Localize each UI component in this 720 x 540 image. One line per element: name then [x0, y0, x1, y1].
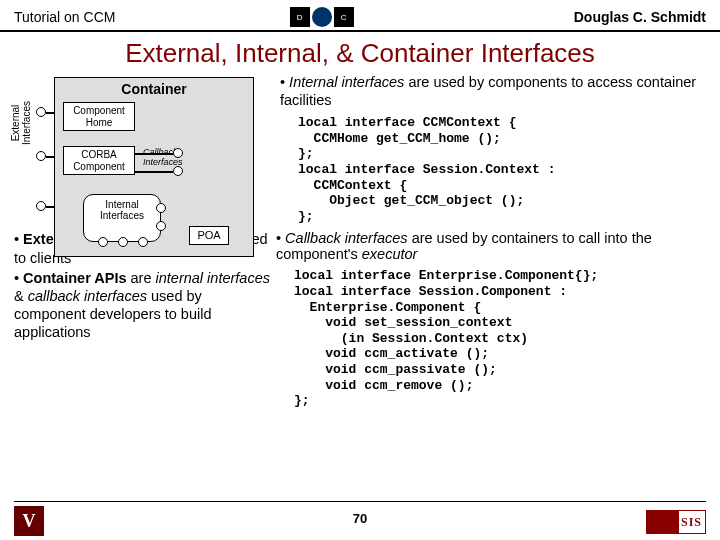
port-icon	[173, 148, 183, 158]
port-icon	[36, 201, 46, 211]
code-block-ccmcontext: local interface CCMContext { CCMHome get…	[280, 115, 706, 224]
external-interfaces-label: External Interfaces	[10, 83, 32, 163]
doc-logo: DC	[290, 6, 400, 28]
header-author: Douglas C. Schmidt	[574, 9, 706, 25]
port-icon	[156, 203, 166, 213]
container-diagram: External Interfaces Container Component …	[14, 73, 274, 224]
port-icon	[98, 237, 108, 247]
port-icon	[173, 166, 183, 176]
text: internal interfaces	[156, 270, 270, 286]
container-label: Container	[55, 78, 253, 99]
port-icon	[118, 237, 128, 247]
slide-title: External, Internal, & Container Interfac…	[0, 32, 720, 73]
code-block-enterprise: local interface Enterprise.Component{}; …	[276, 268, 706, 408]
text: are	[127, 270, 156, 286]
internal-interfaces-label: Internal Interfaces	[100, 199, 144, 221]
text: Container APIs	[23, 270, 126, 286]
port-icon	[156, 221, 166, 231]
text: executor	[362, 246, 418, 262]
port-icon	[36, 151, 46, 161]
container-box: Container Component Home CORBA Component…	[54, 77, 254, 257]
text: &	[14, 288, 28, 304]
header-left: Tutorial on CCM	[14, 9, 115, 25]
isis-logo	[646, 510, 706, 534]
port-icon	[36, 107, 46, 117]
text: Callback interfaces	[285, 230, 408, 246]
corba-component-box: CORBA Component	[63, 146, 135, 175]
internal-bullet-area: • Internal interfaces are used by compon…	[274, 73, 706, 224]
text: Internal interfaces	[289, 74, 404, 90]
container-apis-bullet: • Container APIs are internal interfaces…	[14, 269, 270, 342]
text: callback interfaces	[28, 288, 147, 304]
internal-interfaces-bullet: • Internal interfaces are used by compon…	[280, 73, 706, 109]
slide-header: Tutorial on CCM DC Douglas C. Schmidt	[0, 0, 720, 32]
upper-content: External Interfaces Container Component …	[0, 73, 720, 224]
component-home-box: Component Home	[63, 102, 135, 131]
internal-interfaces-box: Internal Interfaces	[83, 194, 161, 242]
port-icon	[138, 237, 148, 247]
page-number: 70	[0, 511, 720, 526]
callback-bullet-area: • Callback interfaces are used by contai…	[270, 230, 706, 408]
callback-interfaces-bullet: • Callback interfaces are used by contai…	[276, 230, 706, 262]
poa-box: POA	[189, 226, 229, 245]
footer-divider	[14, 501, 706, 502]
api-bullets: • External APIs are interfaces provided …	[14, 230, 270, 408]
